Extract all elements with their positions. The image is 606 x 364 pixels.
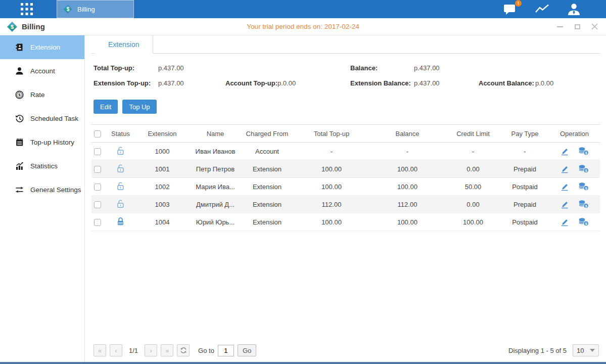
pay-type: Prepaid [501,160,549,178]
svg-text:$: $ [585,187,587,191]
row-checkbox[interactable] [94,201,101,208]
close-button[interactable] [591,23,598,30]
notification-badge: ! [515,0,522,7]
col-balance: Balance [369,125,445,143]
sidebar-item-extension[interactable]: Extension [0,35,84,59]
pay-type: Prepaid [501,196,549,213]
balance-label: Balance: [350,64,414,72]
edit-button[interactable]: Edit [94,100,118,114]
tab-bar: Extension [91,35,600,54]
resource-monitor-icon[interactable] [535,3,550,15]
account-topup-label: Account Top-up: [225,79,277,87]
account-balance-label: Account Balance: [479,79,535,87]
col-charged-from: Charged From [241,125,294,143]
page-size-value: 10 [577,347,584,354]
credit-limit: 100.00 [445,213,501,231]
edit-row-icon[interactable] [560,164,569,173]
locked-icon [116,216,125,226]
sidebar-item-account[interactable]: Account [0,59,84,83]
extension-name: Петр Петров [190,160,241,178]
person-icon [567,3,581,16]
row-checkbox[interactable] [94,148,101,155]
unlocked-icon [116,163,125,173]
extension-number: 1003 [134,196,190,213]
col-name: Name [190,125,241,143]
balance: 100.00 [369,213,445,231]
balance-value: p.437.00 [414,64,479,72]
col-operation: Operation [549,125,600,143]
page-indicator: 1/1 [129,347,138,354]
refresh-button[interactable] [177,344,190,356]
go-button[interactable]: Go [238,344,256,356]
extension-number: 1001 [134,160,190,178]
charged-from: Account [241,143,294,160]
top-up-row-icon[interactable]: $ [578,147,589,156]
sidebar-item-topup-history[interactable]: Top-up History [0,130,84,154]
line-chart-icon [535,3,550,15]
charged-from: Extension [241,178,294,196]
credit-limit: 0.00 [445,196,501,213]
top-up-button[interactable]: Top Up [122,100,156,114]
messages-icon[interactable]: ! [503,3,518,16]
sidebar: Extension Account $ Rate Scheduled Task [0,35,85,362]
pay-type: - [501,143,549,160]
col-status: Status [107,125,134,143]
grid-dots-icon [20,3,33,16]
trial-notice: Your trial period ends on: 2017-02-24 [0,23,606,30]
edit-row-icon[interactable] [560,217,569,226]
balance: 100.00 [369,178,445,196]
edit-row-icon[interactable] [560,147,569,156]
extensions-table: Status Extension Name Charged From Total… [91,124,600,231]
row-checkbox[interactable] [94,184,101,191]
total-topup: 100.00 [294,160,369,178]
window-title: Billing [22,22,45,31]
top-up-row-icon[interactable]: $ [578,200,589,209]
sidebar-item-label: Account [30,67,55,75]
minimize-button[interactable] [556,23,564,30]
credit-limit: - [445,143,501,160]
row-checkbox[interactable] [94,166,101,173]
last-page-button[interactable]: » [161,344,173,356]
next-page-button[interactable]: › [145,344,157,356]
select-all-checkbox[interactable] [94,130,101,138]
table-row: 1001 Петр Петров Extension 100.00 100.00… [91,160,600,178]
table-row: 1000 Иван Иванов Account - - - - [91,143,600,160]
first-page-button[interactable]: « [94,344,106,356]
statistics-bars-icon [15,162,24,170]
balance: - [369,143,445,160]
top-up-row-icon[interactable]: $ [578,164,589,173]
topbar-app-tab-billing[interactable]: $ Billing [57,0,134,18]
close-icon [591,23,598,30]
extension-topup-label: Extension Top-up: [94,79,158,87]
charged-from: Extension [241,160,294,178]
top-up-row-icon[interactable]: $ [578,217,589,226]
page-size-select[interactable]: 10 [573,344,599,356]
total-topup: 100.00 [294,213,369,231]
maximize-button[interactable] [574,23,581,30]
sidebar-item-statistics[interactable]: Statistics [0,154,84,178]
table-row: 1002 Мария Ива... Extension 100.00 100.0… [91,178,600,196]
total-topup-label: Total Top-up: [94,64,158,72]
sidebar-item-label: Rate [30,91,45,99]
pagination-bar: « ‹ 1/1 › » Go to Go Displaying 1 - 5 of… [91,340,600,362]
balance: 112.00 [369,196,445,213]
go-to-page-input[interactable] [218,345,234,356]
top-up-row-icon[interactable]: $ [578,182,589,191]
tab-extension[interactable]: Extension [95,35,153,54]
app-grid-icon[interactable] [18,1,35,18]
edit-row-icon[interactable] [560,182,569,191]
extension-book-icon [15,43,24,52]
credit-limit: 50.00 [445,178,501,196]
sidebar-item-general-settings[interactable]: General Settings [0,178,84,202]
sidebar-item-label: Scheduled Task [30,115,78,122]
user-account-icon[interactable] [567,3,581,16]
prev-page-button[interactable]: ‹ [110,344,122,356]
rate-dollar-icon: $ [15,90,24,99]
row-checkbox[interactable] [94,219,101,226]
unlocked-icon [116,199,125,208]
main-content: Extension Total Top-up: p.437.00 Balance… [85,35,606,362]
sidebar-item-rate[interactable]: $ Rate [0,83,84,107]
sidebar-item-scheduled-task[interactable]: Scheduled Task [0,107,84,130]
account-topup-value: p.0.00 [277,79,350,87]
edit-row-icon[interactable] [560,200,569,209]
